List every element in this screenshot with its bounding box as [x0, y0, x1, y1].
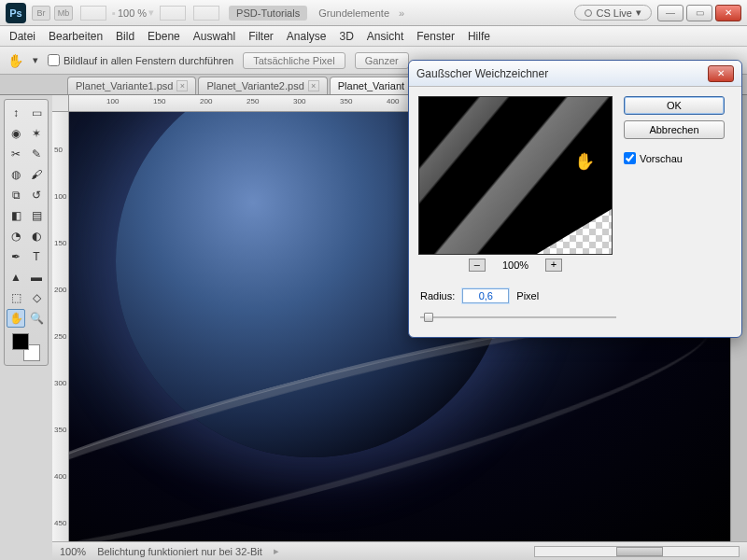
close-icon[interactable]: × — [308, 80, 319, 91]
horizontal-scrollbar[interactable] — [534, 546, 740, 557]
preview-zoom-level: 100% — [502, 259, 529, 271]
marquee-tool[interactable]: ▭ — [27, 104, 46, 122]
doc-tab-3[interactable]: Planet_Variant — [330, 77, 413, 94]
hand-tool-icon[interactable]: ✋ — [7, 53, 23, 68]
radius-label: Radius: — [420, 290, 455, 301]
maximize-button[interactable]: ▭ — [686, 5, 712, 21]
close-icon[interactable]: × — [176, 80, 188, 91]
app-titlebar: Ps Br Mb ▪ 100 % ▾ PSD-Tutorials Grundel… — [0, 0, 747, 26]
3d-camera-tool[interactable]: ◇ — [27, 288, 46, 307]
3d-tool[interactable]: ⬚ — [7, 288, 25, 307]
cs-live-button[interactable]: CS Live▾ — [574, 5, 652, 21]
doc-tab-1[interactable]: Planet_Variante1.psd× — [67, 77, 196, 94]
screen-mode-dropdown[interactable] — [80, 6, 106, 21]
menu-filter[interactable]: Filter — [248, 30, 274, 43]
workspace-psdtutorials[interactable]: PSD-Tutorials — [229, 6, 307, 21]
eyedropper-tool[interactable]: ✎ — [27, 145, 46, 163]
cancel-button[interactable]: Abbrechen — [624, 120, 725, 139]
preview-zoom-in[interactable]: + — [545, 259, 562, 272]
color-swatches[interactable] — [7, 329, 46, 361]
tools-panel: ↕ ▭ ◉ ✶ ✂ ✎ ◍ 🖌 ⧉ ↺ ◧ ▤ ◔ ◐ ✒ T ▲ ▬ ⬚ ◇ … — [4, 99, 49, 366]
menu-3d[interactable]: 3D — [340, 30, 354, 43]
fit-screen-button[interactable]: Ganzer — [355, 52, 409, 69]
move-tool[interactable]: ↕ — [7, 104, 25, 122]
menu-analyse[interactable]: Analyse — [287, 30, 327, 43]
status-zoom[interactable]: 100% — [60, 546, 86, 557]
menu-fenster[interactable]: Fenster — [416, 30, 455, 43]
menu-bearbeiten[interactable]: Bearbeiten — [49, 30, 103, 43]
shape-tool[interactable]: ▬ — [27, 268, 46, 287]
menu-bild[interactable]: Bild — [116, 30, 134, 43]
gradient-tool[interactable]: ▤ — [27, 206, 46, 225]
dialog-title: Gaußscher Weichzeichner — [416, 67, 548, 80]
eraser-tool[interactable]: ◧ — [7, 206, 25, 225]
scroll-all-wins-checkbox[interactable]: Bildlauf in allen Fenstern durchführen — [48, 54, 233, 66]
minimize-button[interactable]: — — [657, 5, 684, 21]
foreground-color[interactable] — [12, 333, 29, 350]
brush-tool[interactable]: 🖌 — [27, 165, 46, 184]
status-bar: 100% Belichtung funktioniert nur bei 32-… — [52, 541, 747, 560]
hand-tool[interactable]: ✋ — [7, 309, 25, 328]
hand-cursor-icon: ✋ — [574, 151, 595, 172]
dialog-titlebar[interactable]: Gaußscher Weichzeichner ✕ — [409, 61, 741, 87]
close-button[interactable]: ✕ — [715, 5, 741, 21]
filter-preview[interactable]: ✋ — [418, 96, 613, 255]
radius-input[interactable] — [462, 288, 509, 303]
slider-knob[interactable] — [424, 313, 433, 322]
lasso-tool[interactable]: ◉ — [7, 124, 25, 143]
workspace-more-icon[interactable]: » — [399, 7, 404, 19]
menu-auswahl[interactable]: Auswahl — [193, 30, 235, 43]
ok-button[interactable]: OK — [624, 96, 725, 115]
ps-logo: Ps — [6, 3, 26, 23]
status-message: Belichtung funktioniert nur bei 32-Bit — [97, 546, 262, 557]
crop-tool[interactable]: ✂ — [7, 145, 25, 163]
pen-tool[interactable]: ✒ — [7, 247, 25, 266]
blur-tool[interactable]: ◔ — [7, 227, 25, 245]
preview-zoom-out[interactable]: – — [469, 259, 486, 272]
radius-slider[interactable] — [420, 311, 616, 324]
menu-ansicht[interactable]: Ansicht — [367, 30, 403, 43]
tool-preset-dropdown[interactable]: ▾ — [33, 54, 38, 66]
scrollbar-thumb[interactable] — [616, 547, 663, 556]
arrange-docs-dropdown[interactable] — [160, 6, 186, 21]
zoom-level[interactable]: 100 % — [118, 7, 147, 19]
stamp-tool[interactable]: ⧉ — [7, 186, 25, 204]
ruler-vertical[interactable]: 50 100 150 200 250 300 350 400 450 — [52, 112, 69, 541]
dialog-close-button[interactable]: ✕ — [708, 65, 734, 82]
quickselect-tool[interactable]: ✶ — [27, 124, 46, 143]
path-select-tool[interactable]: ▲ — [7, 268, 25, 287]
minibridge-badge[interactable]: Mb — [54, 6, 73, 21]
healing-tool[interactable]: ◍ — [7, 165, 25, 184]
menu-ebene[interactable]: Ebene — [148, 30, 180, 43]
preview-checkbox[interactable]: Vorschau — [624, 152, 725, 164]
menu-datei[interactable]: Datei — [9, 30, 35, 43]
dodge-tool[interactable]: ◐ — [27, 227, 46, 245]
bridge-badge[interactable]: Br — [32, 6, 50, 21]
ruler-origin[interactable] — [52, 95, 69, 112]
screen-dropdown[interactable] — [193, 6, 219, 21]
transparency-grid — [537, 209, 612, 254]
history-brush-tool[interactable]: ↺ — [27, 186, 46, 204]
actual-pixels-button[interactable]: Tatsächliche Pixel — [243, 52, 345, 69]
menu-bar: Datei Bearbeiten Bild Ebene Auswahl Filt… — [0, 26, 747, 47]
menu-hilfe[interactable]: Hilfe — [468, 30, 490, 43]
gaussian-blur-dialog: Gaußscher Weichzeichner ✕ ✋ – 100% + OK … — [408, 60, 742, 338]
workspace-grundelemente[interactable]: Grundelemente — [318, 7, 389, 19]
radius-unit: Pixel — [516, 290, 539, 301]
type-tool[interactable]: T — [27, 247, 46, 266]
zoom-tool[interactable]: 🔍 — [27, 309, 46, 328]
doc-tab-2[interactable]: Planet_Variante2.psd× — [198, 77, 327, 94]
